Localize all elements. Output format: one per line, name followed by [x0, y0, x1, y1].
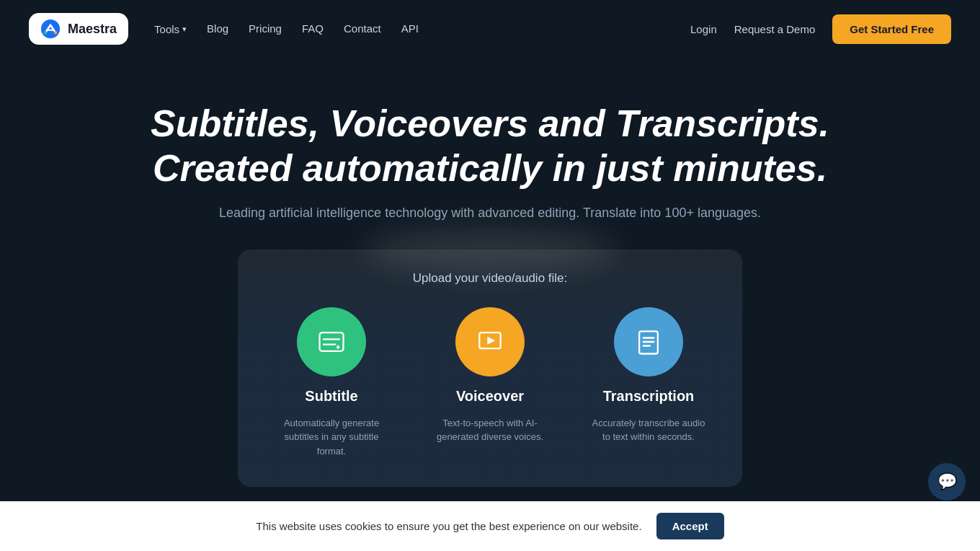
hero-title: Subtitles, Voiceovers and Transcripts. C…: [29, 101, 951, 191]
voiceover-label: Voiceover: [456, 388, 524, 405]
chat-icon: 💬: [937, 472, 957, 491]
hero-section: Subtitles, Voiceovers and Transcripts. C…: [0, 58, 980, 501]
nav-links: Tools ▾ Blog Pricing FAQ Contact API: [154, 22, 419, 35]
svg-point-2: [54, 31, 57, 34]
transcription-icon-circle: [614, 307, 683, 376]
get-started-button[interactable]: Get Started Free: [832, 14, 951, 44]
svg-point-1: [44, 31, 47, 34]
maestra-logo-icon: [40, 19, 61, 39]
transcription-label: Transcription: [603, 388, 695, 405]
nav-api[interactable]: API: [401, 22, 419, 35]
upload-options: Subtitle Automatically generate subtitle…: [252, 307, 728, 459]
transcription-option[interactable]: Transcription Accurately transcribe audi…: [591, 307, 706, 459]
subtitle-label: Subtitle: [305, 388, 357, 405]
cookie-banner: This website uses cookies to ensure you …: [0, 501, 980, 551]
upload-label: Upload your video/audio file:: [252, 271, 728, 286]
upload-section: Upload your video/audio file: Subtitle A…: [238, 250, 742, 488]
chevron-down-icon: ▾: [182, 25, 187, 34]
transcription-desc: Accurately transcribe audio to text with…: [591, 416, 706, 444]
logo[interactable]: Maestra: [29, 13, 128, 45]
nav-blog[interactable]: Blog: [207, 22, 228, 35]
nav-tools[interactable]: Tools ▾: [154, 23, 187, 35]
voiceover-desc: Text-to-speech with AI-generated diverse…: [432, 416, 548, 444]
nav-contact[interactable]: Contact: [344, 22, 381, 35]
subtitle-icon-circle: [297, 307, 366, 376]
request-demo-link[interactable]: Request a Demo: [734, 23, 816, 35]
chat-button[interactable]: 💬: [928, 463, 966, 501]
accept-cookies-button[interactable]: Accept: [656, 513, 724, 539]
subtitle-desc: Automatically generate subtitles in any …: [274, 416, 389, 459]
navbar-left: Maestra Tools ▾ Blog Pricing FAQ Contact: [29, 13, 419, 45]
logo-text: Maestra: [68, 22, 117, 37]
voiceover-icon-circle: [455, 307, 525, 376]
svg-point-0: [41, 19, 60, 38]
cookie-text: This website uses cookies to ensure you …: [256, 520, 641, 532]
navbar: Maestra Tools ▾ Blog Pricing FAQ Contact: [0, 0, 980, 58]
transcription-icon: [633, 326, 664, 358]
subtitle-icon: [316, 326, 347, 358]
upload-glow: [364, 228, 616, 271]
voiceover-icon: [474, 326, 506, 358]
svg-marker-10: [487, 336, 495, 344]
navbar-right: Login Request a Demo Get Started Free: [690, 14, 951, 44]
voiceover-option[interactable]: Voiceover Text-to-speech with AI-generat…: [432, 307, 548, 459]
subtitle-option[interactable]: Subtitle Automatically generate subtitle…: [274, 307, 389, 459]
login-link[interactable]: Login: [690, 23, 717, 35]
hero-subtitle: Leading artificial intelligence technolo…: [29, 206, 951, 221]
nav-faq[interactable]: FAQ: [302, 22, 324, 35]
nav-pricing[interactable]: Pricing: [249, 22, 282, 35]
